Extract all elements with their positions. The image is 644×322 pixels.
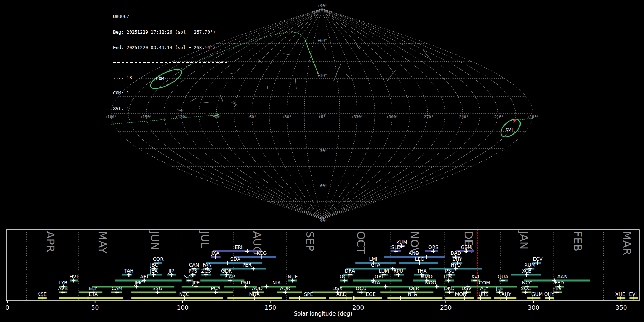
shower-bar-SDA bbox=[206, 262, 262, 264]
map-lat-label: +30° bbox=[318, 73, 327, 78]
shower-label-EGE: EGE bbox=[366, 291, 376, 297]
month-label-OCT: OCT bbox=[355, 231, 367, 254]
header-separator bbox=[113, 62, 227, 63]
meteor-path-dotted bbox=[112, 115, 213, 124]
peak-marker-NIA bbox=[265, 285, 269, 289]
map-lon-label: +180° bbox=[527, 114, 539, 119]
shower-bar-EGE bbox=[353, 297, 382, 299]
meteor-path-dotted bbox=[518, 118, 534, 120]
shower-label-PER: PER bbox=[242, 262, 252, 268]
month-label-MAY: MAY bbox=[96, 231, 109, 254]
end-time-line: End: 20251220 03:43:14 (sol = 268.14°) bbox=[113, 45, 227, 50]
month-label-JUN: JUN bbox=[148, 230, 161, 250]
map-lon-label: +60° bbox=[247, 114, 257, 119]
grid-meridian bbox=[322, 9, 375, 219]
map-lon-label: +300° bbox=[386, 114, 398, 119]
session-info-block: UK0067 Beg: 20251219 17:12:26 (sol = 267… bbox=[113, 4, 227, 117]
x-tick-label-200: 200 bbox=[352, 304, 364, 311]
peak-marker-EGE bbox=[352, 296, 356, 300]
faint-meteor-track bbox=[355, 42, 360, 49]
faint-meteor-track bbox=[323, 44, 326, 49]
peak-marker-ERI bbox=[245, 249, 249, 253]
faint-meteor-track bbox=[387, 70, 395, 80]
peak-marker-AND bbox=[425, 255, 429, 259]
peak-marker-SPE bbox=[298, 296, 302, 300]
meteor-end-dot bbox=[317, 72, 319, 74]
count-xvi: XVI: 1 bbox=[113, 106, 227, 112]
peak-marker-NTA bbox=[399, 296, 403, 300]
shower-label-ERI: ERI bbox=[235, 244, 243, 250]
shower-label-STA: STA bbox=[371, 280, 381, 286]
month-label-FEB: FEB bbox=[571, 231, 584, 252]
faint-meteor-track bbox=[267, 86, 268, 89]
month-label-MAR: MAR bbox=[621, 231, 633, 255]
shower-label-SDA: SDA bbox=[230, 256, 241, 262]
faint-meteor-track bbox=[284, 54, 291, 55]
month-label-JAN: JAN bbox=[518, 230, 530, 249]
month-label-APR: APR bbox=[44, 231, 57, 252]
peak-marker-PER bbox=[251, 267, 255, 271]
map-lon-label: +30° bbox=[282, 114, 292, 119]
shower-label-COM: COM bbox=[479, 280, 490, 286]
begin-time-line: Beg: 20251219 17:12:26 (sol = 267.70°) bbox=[113, 30, 227, 35]
shower-bar-ARD bbox=[329, 297, 352, 299]
faint-meteor-track bbox=[234, 101, 236, 106]
meteor-analysis-screen: { "header": { "station": "UK0067", "beg_… bbox=[0, 0, 644, 322]
map-lat-label: +0° bbox=[319, 113, 326, 118]
x-tick-label-350: 350 bbox=[615, 304, 627, 311]
map-lat-label: +60° bbox=[318, 38, 327, 43]
faint-meteor-track bbox=[295, 79, 296, 89]
shower-bar-CAP bbox=[200, 280, 244, 282]
shower-bar-NZC bbox=[131, 297, 223, 299]
shower-bar-ERI bbox=[213, 250, 262, 252]
station-id: UK0067 bbox=[113, 14, 227, 19]
shower-bar-SSG bbox=[131, 292, 176, 293]
month-label-JUL: JUL bbox=[199, 230, 211, 248]
shower-bar-ARI bbox=[115, 280, 182, 282]
faint-meteor-track bbox=[423, 50, 431, 60]
radiant-label-XVI: XVI bbox=[506, 127, 514, 132]
faint-meteor-track bbox=[334, 63, 341, 80]
shower-label-NOO: NOO bbox=[425, 280, 436, 286]
shower-bar-DSX bbox=[312, 292, 353, 293]
map-lon-label: +330° bbox=[351, 114, 363, 119]
shower-bar-OER bbox=[380, 292, 433, 293]
shower-label-ETA: ETA bbox=[89, 291, 98, 297]
shower-bar-MON bbox=[445, 297, 474, 299]
shower-bar-ETA bbox=[59, 297, 123, 299]
grid-meridian bbox=[322, 9, 445, 219]
shower-label-NIA: NIA bbox=[272, 280, 281, 286]
shower-label-AND: AND bbox=[409, 250, 419, 256]
x-tick-label-300: 300 bbox=[528, 304, 539, 311]
x-tick-label-150: 150 bbox=[265, 304, 276, 311]
x-axis-title: Solar longitude (deg) bbox=[294, 311, 352, 317]
map-lon-label: +270° bbox=[421, 114, 433, 119]
plot-canvas: +180°+150°+120°+90°+60°+30°+0°+330°+300°… bbox=[0, 0, 644, 322]
shower-label-NTA: NTA bbox=[408, 291, 418, 297]
shower-bar-AND bbox=[384, 256, 445, 258]
shower-label-ARD: ARD bbox=[336, 291, 347, 297]
shower-label-AAN: AAN bbox=[557, 274, 568, 279]
month-label-SEP: SEP bbox=[304, 231, 316, 251]
map-lat-label: -60° bbox=[318, 184, 327, 188]
faint-meteor-track bbox=[259, 60, 262, 63]
x-tick-label-0: 0 bbox=[5, 304, 9, 311]
map-lat-label: +90° bbox=[318, 4, 327, 8]
map-lon-label: +210° bbox=[492, 114, 504, 119]
shower-label-URS: URS bbox=[479, 291, 489, 297]
shower-bar-NTA bbox=[387, 297, 442, 299]
count-com: COM: 1 bbox=[113, 91, 227, 96]
peak-marker-SDA bbox=[225, 261, 229, 265]
shower-label-SPE: SPE bbox=[304, 291, 313, 297]
x-tick-label-50: 50 bbox=[91, 304, 99, 311]
shower-label-ORI: ORI bbox=[375, 274, 383, 279]
map-lat-label: -30° bbox=[318, 148, 327, 153]
shower-label-JMC: JMC bbox=[134, 280, 143, 286]
shower-bar-STA bbox=[340, 286, 413, 288]
shower-bar-KCG bbox=[234, 256, 276, 258]
shower-bar-AUR bbox=[277, 292, 302, 293]
shower-bar-NOO bbox=[414, 286, 447, 288]
x-tick-label-100: 100 bbox=[177, 304, 189, 311]
shower-bar-SPE bbox=[289, 297, 326, 299]
count-unclassified: ...: 18 bbox=[113, 75, 227, 80]
